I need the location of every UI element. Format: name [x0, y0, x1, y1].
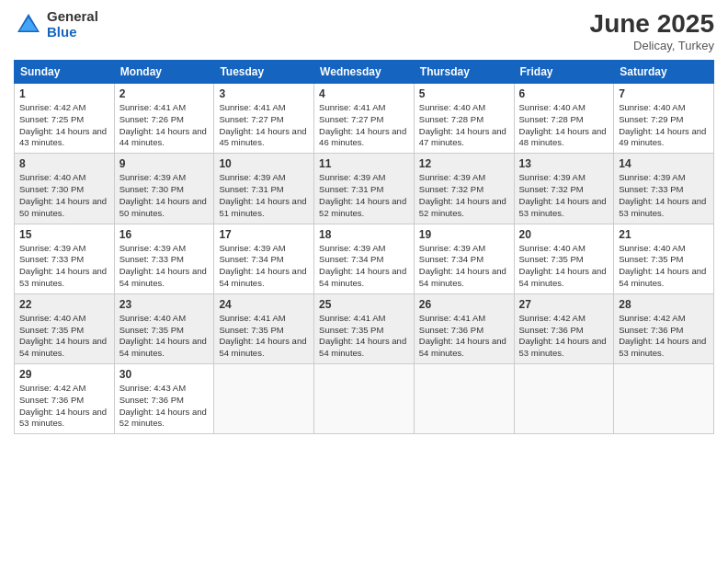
day-number: 15: [19, 228, 109, 241]
table-cell: 16Sunrise: 4:39 AM Sunset: 7:33 PM Dayli…: [114, 224, 214, 293]
day-info: Sunrise: 4:42 AM Sunset: 7:36 PM Dayligh…: [619, 313, 709, 360]
col-wednesday: Wednesday: [314, 61, 415, 84]
table-cell: 7Sunrise: 4:40 AM Sunset: 7:29 PM Daylig…: [614, 84, 714, 154]
table-cell: 20Sunrise: 4:40 AM Sunset: 7:35 PM Dayli…: [514, 224, 614, 293]
day-info: Sunrise: 4:41 AM Sunset: 7:36 PM Dayligh…: [419, 313, 509, 360]
day-info: Sunrise: 4:39 AM Sunset: 7:31 PM Dayligh…: [319, 172, 409, 219]
day-number: 18: [319, 228, 409, 241]
day-info: Sunrise: 4:42 AM Sunset: 7:25 PM Dayligh…: [19, 102, 109, 149]
day-info: Sunrise: 4:42 AM Sunset: 7:36 PM Dayligh…: [19, 383, 109, 430]
logo-general: General: [47, 9, 98, 25]
day-info: Sunrise: 4:40 AM Sunset: 7:35 PM Dayligh…: [519, 243, 609, 290]
day-number: 27: [519, 298, 609, 311]
header-row: Sunday Monday Tuesday Wednesday Thursday…: [15, 61, 714, 84]
day-number: 13: [519, 157, 609, 170]
day-number: 2: [119, 87, 210, 100]
table-cell: 2Sunrise: 4:41 AM Sunset: 7:26 PM Daylig…: [114, 84, 214, 154]
page: General Blue June 2025 Delicay, Turkey S…: [0, 0, 728, 563]
day-number: 22: [19, 298, 109, 311]
table-cell: 4Sunrise: 4:41 AM Sunset: 7:27 PM Daylig…: [314, 84, 415, 154]
day-info: Sunrise: 4:39 AM Sunset: 7:31 PM Dayligh…: [219, 172, 309, 219]
day-info: Sunrise: 4:41 AM Sunset: 7:27 PM Dayligh…: [319, 102, 409, 149]
day-number: 12: [419, 157, 509, 170]
day-number: 6: [519, 87, 609, 100]
logo: General Blue: [14, 9, 98, 40]
day-info: Sunrise: 4:40 AM Sunset: 7:35 PM Dayligh…: [119, 313, 210, 360]
calendar-row: 8Sunrise: 4:40 AM Sunset: 7:30 PM Daylig…: [15, 154, 714, 224]
day-number: 30: [119, 368, 210, 381]
table-cell: [214, 364, 314, 434]
day-number: 16: [119, 228, 210, 241]
day-number: 4: [319, 87, 409, 100]
day-info: Sunrise: 4:41 AM Sunset: 7:35 PM Dayligh…: [219, 313, 309, 360]
day-number: 28: [619, 298, 709, 311]
table-cell: 10Sunrise: 4:39 AM Sunset: 7:31 PM Dayli…: [214, 154, 314, 224]
day-number: 26: [419, 298, 509, 311]
title-month: June 2025: [590, 9, 714, 39]
logo-text: General Blue: [47, 9, 98, 40]
col-friday: Friday: [514, 61, 614, 84]
day-info: Sunrise: 4:43 AM Sunset: 7:36 PM Dayligh…: [119, 383, 210, 430]
table-cell: 23Sunrise: 4:40 AM Sunset: 7:35 PM Dayli…: [114, 293, 214, 363]
day-number: 17: [219, 228, 309, 241]
day-number: 24: [219, 298, 309, 311]
calendar-row: 1Sunrise: 4:42 AM Sunset: 7:25 PM Daylig…: [15, 84, 714, 154]
table-cell: [414, 364, 514, 434]
table-cell: 15Sunrise: 4:39 AM Sunset: 7:33 PM Dayli…: [15, 224, 115, 293]
table-cell: 1Sunrise: 4:42 AM Sunset: 7:25 PM Daylig…: [15, 84, 115, 154]
table-cell: 11Sunrise: 4:39 AM Sunset: 7:31 PM Dayli…: [314, 154, 415, 224]
day-info: Sunrise: 4:39 AM Sunset: 7:34 PM Dayligh…: [319, 243, 409, 290]
day-info: Sunrise: 4:39 AM Sunset: 7:32 PM Dayligh…: [519, 172, 609, 219]
day-number: 14: [619, 157, 709, 170]
col-thursday: Thursday: [414, 61, 514, 84]
table-cell: 12Sunrise: 4:39 AM Sunset: 7:32 PM Dayli…: [414, 154, 514, 224]
title-block: June 2025 Delicay, Turkey: [590, 9, 714, 52]
table-cell: 5Sunrise: 4:40 AM Sunset: 7:28 PM Daylig…: [414, 84, 514, 154]
day-info: Sunrise: 4:41 AM Sunset: 7:35 PM Dayligh…: [319, 313, 409, 360]
day-info: Sunrise: 4:39 AM Sunset: 7:32 PM Dayligh…: [419, 172, 509, 219]
day-info: Sunrise: 4:39 AM Sunset: 7:33 PM Dayligh…: [619, 172, 709, 219]
table-cell: 21Sunrise: 4:40 AM Sunset: 7:35 PM Dayli…: [614, 224, 714, 293]
header: General Blue June 2025 Delicay, Turkey: [14, 9, 714, 52]
day-info: Sunrise: 4:39 AM Sunset: 7:34 PM Dayligh…: [419, 243, 509, 290]
title-location: Delicay, Turkey: [590, 39, 714, 52]
table-cell: 14Sunrise: 4:39 AM Sunset: 7:33 PM Dayli…: [614, 154, 714, 224]
col-saturday: Saturday: [614, 61, 714, 84]
day-info: Sunrise: 4:41 AM Sunset: 7:26 PM Dayligh…: [119, 102, 210, 149]
table-cell: 24Sunrise: 4:41 AM Sunset: 7:35 PM Dayli…: [214, 293, 314, 363]
table-cell: 22Sunrise: 4:40 AM Sunset: 7:35 PM Dayli…: [15, 293, 115, 363]
day-number: 7: [619, 87, 709, 100]
col-monday: Monday: [114, 61, 214, 84]
table-cell: 18Sunrise: 4:39 AM Sunset: 7:34 PM Dayli…: [314, 224, 415, 293]
day-number: 23: [119, 298, 210, 311]
table-cell: 25Sunrise: 4:41 AM Sunset: 7:35 PM Dayli…: [314, 293, 415, 363]
col-sunday: Sunday: [15, 61, 115, 84]
table-cell: 9Sunrise: 4:39 AM Sunset: 7:30 PM Daylig…: [114, 154, 214, 224]
table-cell: 8Sunrise: 4:40 AM Sunset: 7:30 PM Daylig…: [15, 154, 115, 224]
table-cell: 17Sunrise: 4:39 AM Sunset: 7:34 PM Dayli…: [214, 224, 314, 293]
day-info: Sunrise: 4:41 AM Sunset: 7:27 PM Dayligh…: [219, 102, 309, 149]
calendar-table: Sunday Monday Tuesday Wednesday Thursday…: [14, 60, 714, 434]
table-cell: 6Sunrise: 4:40 AM Sunset: 7:28 PM Daylig…: [514, 84, 614, 154]
calendar-row: 29Sunrise: 4:42 AM Sunset: 7:36 PM Dayli…: [15, 364, 714, 434]
day-info: Sunrise: 4:40 AM Sunset: 7:28 PM Dayligh…: [519, 102, 609, 149]
day-info: Sunrise: 4:40 AM Sunset: 7:30 PM Dayligh…: [19, 172, 109, 219]
table-cell: 26Sunrise: 4:41 AM Sunset: 7:36 PM Dayli…: [414, 293, 514, 363]
day-info: Sunrise: 4:39 AM Sunset: 7:30 PM Dayligh…: [119, 172, 210, 219]
table-cell: 19Sunrise: 4:39 AM Sunset: 7:34 PM Dayli…: [414, 224, 514, 293]
day-number: 8: [19, 157, 109, 170]
table-cell: 27Sunrise: 4:42 AM Sunset: 7:36 PM Dayli…: [514, 293, 614, 363]
day-number: 9: [119, 157, 210, 170]
day-number: 5: [419, 87, 509, 100]
table-cell: [614, 364, 714, 434]
day-info: Sunrise: 4:40 AM Sunset: 7:35 PM Dayligh…: [619, 243, 709, 290]
day-number: 1: [19, 87, 109, 100]
logo-blue: Blue: [47, 25, 98, 40]
calendar-row: 15Sunrise: 4:39 AM Sunset: 7:33 PM Dayli…: [15, 224, 714, 293]
day-number: 10: [219, 157, 309, 170]
table-cell: [514, 364, 614, 434]
day-info: Sunrise: 4:39 AM Sunset: 7:34 PM Dayligh…: [219, 243, 309, 290]
table-cell: 13Sunrise: 4:39 AM Sunset: 7:32 PM Dayli…: [514, 154, 614, 224]
calendar-row: 22Sunrise: 4:40 AM Sunset: 7:35 PM Dayli…: [15, 293, 714, 363]
table-cell: 30Sunrise: 4:43 AM Sunset: 7:36 PM Dayli…: [114, 364, 214, 434]
